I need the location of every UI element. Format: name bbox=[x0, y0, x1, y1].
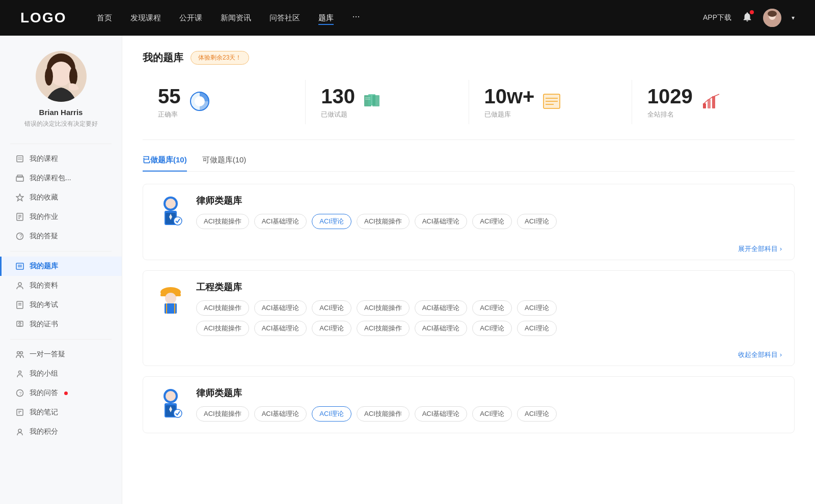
tag-3[interactable]: ACI技能操作 bbox=[357, 214, 410, 229]
nav-more[interactable]: ··· bbox=[352, 11, 360, 25]
tag-2[interactable]: ACI理论 bbox=[312, 214, 351, 229]
tag-6[interactable]: ACI理论 bbox=[517, 214, 557, 229]
sidebar-label-questions: 我的问答 bbox=[30, 388, 58, 398]
sidebar-item-my-collection[interactable]: 我的收藏 bbox=[0, 188, 122, 207]
eng-tag-6[interactable]: ACI理论 bbox=[517, 300, 557, 316]
user-avatar-nav[interactable] bbox=[763, 9, 781, 27]
qbank-section-engineer-1: 工程类题库 ACI技能操作 ACI基础理论 ACI理论 ACI技能操作 ACI基… bbox=[143, 270, 795, 366]
sidebar-item-my-group[interactable]: 我的小组 bbox=[0, 364, 122, 383]
logo[interactable]: LOGO bbox=[20, 10, 66, 26]
eng-tag-r2-3[interactable]: ACI技能操作 bbox=[357, 321, 410, 336]
sidebar-item-my-qa[interactable]: ? 我的答疑 bbox=[0, 227, 122, 246]
sidebar: Brian Harris 错误的决定比没有决定要好 我的课程 我的课程包... … bbox=[0, 36, 122, 504]
pie-chart-icon bbox=[189, 91, 210, 114]
sidebar-item-my-course[interactable]: 我的课程 bbox=[0, 149, 122, 169]
info-icon bbox=[15, 281, 24, 290]
points-icon bbox=[15, 427, 24, 436]
nav-home[interactable]: 首页 bbox=[97, 11, 112, 25]
nav-qbank[interactable]: 题库 bbox=[318, 11, 334, 25]
navbar: LOGO 首页 发现课程 公开课 新闻资讯 问答社区 题库 ··· APP下载 … bbox=[0, 0, 815, 36]
l2-tag-6[interactable]: ACI理论 bbox=[517, 406, 557, 422]
sidebar-item-my-qbank[interactable]: 我的题库 bbox=[0, 257, 122, 276]
eng-tag-0[interactable]: ACI技能操作 bbox=[196, 300, 249, 316]
l2-tag-1[interactable]: ACI基础理论 bbox=[254, 406, 307, 422]
stat-label-done-questions: 已做试题 bbox=[321, 110, 355, 119]
nav-qa[interactable]: 问答社区 bbox=[269, 11, 300, 25]
app-download-button[interactable]: APP下载 bbox=[703, 13, 731, 22]
user-dropdown-arrow[interactable]: ▾ bbox=[792, 14, 795, 21]
l2-tag-0[interactable]: ACI技能操作 bbox=[196, 406, 249, 422]
notification-bell[interactable] bbox=[742, 11, 753, 24]
sidebar-label-points: 我的积分 bbox=[30, 427, 58, 436]
stat-label-correct-rate: 正确率 bbox=[158, 110, 181, 119]
sidebar-label-course-package: 我的课程包... bbox=[30, 174, 71, 183]
engineer-icon-1 bbox=[155, 281, 186, 317]
sidebar-label-one-on-one: 一对一答疑 bbox=[30, 350, 65, 359]
user-profile: Brian Harris 错误的决定比没有决定要好 bbox=[0, 51, 122, 138]
qbank-title-lawyer-2: 律师类题库 bbox=[196, 387, 782, 399]
l2-tag-4[interactable]: ACI基础理论 bbox=[415, 406, 468, 422]
sidebar-label-collection: 我的收藏 bbox=[30, 193, 58, 202]
tags-row-lawyer-1: ACI技能操作 ACI基础理论 ACI理论 ACI技能操作 ACI基础理论 AC… bbox=[196, 214, 782, 229]
user-motto: 错误的决定比没有决定要好 bbox=[10, 120, 112, 128]
l2-tag-2[interactable]: ACI理论 bbox=[312, 406, 351, 422]
sidebar-item-my-homework[interactable]: 我的作业 bbox=[0, 207, 122, 227]
sidebar-label-my-course: 我的课程 bbox=[30, 154, 58, 163]
eng-tag-1[interactable]: ACI基础理论 bbox=[254, 300, 307, 316]
tag-0[interactable]: ACI技能操作 bbox=[196, 214, 249, 229]
stat-label-done-banks: 已做题库 bbox=[484, 110, 535, 119]
eng-tag-5[interactable]: ACI理论 bbox=[472, 300, 512, 316]
sidebar-divider-2 bbox=[10, 251, 112, 251]
nav-news[interactable]: 新闻资讯 bbox=[221, 11, 251, 25]
eng-tag-r2-6[interactable]: ACI理论 bbox=[517, 321, 557, 336]
stat-value-rank: 1029 bbox=[647, 85, 693, 108]
tab-done-banks[interactable]: 已做题库(10) bbox=[143, 155, 187, 171]
star-icon bbox=[15, 193, 24, 202]
nav-open-course[interactable]: 公开课 bbox=[179, 11, 202, 25]
collapse-link-engineer-1[interactable]: 收起全部科目 › bbox=[143, 346, 794, 366]
eng-tag-4[interactable]: ACI基础理论 bbox=[415, 300, 468, 316]
eng-tag-3[interactable]: ACI技能操作 bbox=[357, 300, 410, 316]
sidebar-label-qa: 我的答疑 bbox=[30, 232, 58, 241]
tag-4[interactable]: ACI基础理论 bbox=[415, 214, 468, 229]
svg-point-23 bbox=[18, 283, 21, 286]
l2-tag-5[interactable]: ACI理论 bbox=[472, 406, 512, 422]
nav-menu: 首页 发现课程 公开课 新闻资讯 问答社区 题库 ··· bbox=[97, 11, 703, 25]
eng-tag-2[interactable]: ACI理论 bbox=[312, 300, 351, 316]
user-avatar bbox=[36, 51, 87, 102]
bar-chart-icon bbox=[701, 92, 719, 113]
exam-icon bbox=[15, 300, 24, 310]
svg-point-2 bbox=[768, 11, 777, 17]
qbank-header-engineer-1: 工程类题库 ACI技能操作 ACI基础理论 ACI理论 ACI技能操作 ACI基… bbox=[143, 271, 794, 346]
stats-row: 55 正确率 130 已做试题 bbox=[143, 80, 795, 140]
tags-row-lawyer-2: ACI技能操作 ACI基础理论 ACI理论 ACI技能操作 ACI基础理论 AC… bbox=[196, 406, 782, 422]
trial-badge: 体验剩余23天！ bbox=[191, 51, 249, 65]
qbank-body-engineer-1: 工程类题库 ACI技能操作 ACI基础理论 ACI理论 ACI技能操作 ACI基… bbox=[196, 281, 782, 336]
tag-5[interactable]: ACI理论 bbox=[472, 214, 512, 229]
svg-point-30 bbox=[20, 352, 23, 354]
sidebar-item-one-on-one[interactable]: 一对一答疑 bbox=[0, 345, 122, 364]
questions-icon: ? bbox=[15, 388, 24, 398]
eng-tag-r2-0[interactable]: ACI技能操作 bbox=[196, 321, 249, 336]
sidebar-item-my-course-package[interactable]: 我的课程包... bbox=[0, 169, 122, 188]
sidebar-item-my-exam[interactable]: 我的考试 bbox=[0, 295, 122, 315]
eng-tag-r2-1[interactable]: ACI基础理论 bbox=[254, 321, 307, 336]
eng-tag-r2-5[interactable]: ACI理论 bbox=[472, 321, 512, 336]
sidebar-item-my-cert[interactable]: 我的证书 bbox=[0, 315, 122, 334]
l2-tag-3[interactable]: ACI技能操作 bbox=[357, 406, 410, 422]
sidebar-item-my-points[interactable]: 我的积分 bbox=[0, 422, 122, 441]
tab-available-banks[interactable]: 可做题库(10) bbox=[202, 155, 247, 171]
questions-notification-dot bbox=[64, 391, 68, 395]
expand-link-lawyer-1[interactable]: 展开全部科目 › bbox=[143, 240, 794, 260]
nav-discover[interactable]: 发现课程 bbox=[130, 11, 161, 25]
sidebar-item-my-notes[interactable]: 我的笔记 bbox=[0, 403, 122, 422]
svg-text:?: ? bbox=[19, 234, 22, 239]
sidebar-item-my-info[interactable]: 我的资料 bbox=[0, 276, 122, 295]
eng-tag-r2-2[interactable]: ACI理论 bbox=[312, 321, 351, 336]
eng-tag-r2-4[interactable]: ACI基础理论 bbox=[415, 321, 468, 336]
lawyer-icon-1 bbox=[155, 194, 186, 230]
sidebar-item-my-questions[interactable]: ? 我的问答 bbox=[0, 383, 122, 403]
lawyer-icon-2 bbox=[155, 387, 186, 423]
tag-1[interactable]: ACI基础理论 bbox=[254, 214, 307, 229]
svg-point-37 bbox=[18, 429, 21, 432]
